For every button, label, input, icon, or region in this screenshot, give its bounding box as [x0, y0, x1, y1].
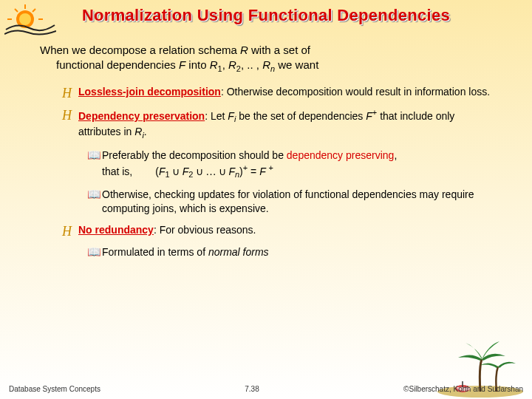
text: Let — [211, 110, 228, 122]
slide-title: Normalization Using Functional Dependenc… — [0, 0, 532, 25]
book-bullet-icon: 📖 — [87, 149, 102, 180]
intro-part: into — [185, 58, 210, 71]
h-bullet-icon: H — [62, 107, 78, 141]
book-bullet-icon: 📖 — [87, 245, 102, 259]
deppres-title: Dependency preservation — [78, 110, 205, 122]
deppres-Fplus: F — [366, 110, 372, 122]
intro-R1: R — [210, 58, 218, 71]
intro-part: functional dependencies — [56, 58, 179, 71]
intro-comma: , — [222, 58, 228, 71]
Feq: F — [259, 166, 268, 177]
book-bullet-icon: 📖 — [87, 188, 102, 216]
text: Preferably the decomposition should be — [102, 149, 287, 161]
intro-part: with a set of — [248, 44, 310, 56]
text: that is, ( — [102, 166, 159, 177]
intro-text: When we decompose a relation schema R wi… — [40, 43, 497, 75]
text: : — [205, 110, 211, 122]
lossless-title: Lossless-join decomposition — [78, 86, 221, 98]
svg-line-6 — [33, 9, 35, 12]
intro-R2: R — [228, 58, 236, 71]
keyword-dep-preserving: dependency preserving — [287, 149, 395, 161]
sub-bullet-otherwise: 📖 Otherwise, checking updates for violat… — [87, 188, 497, 216]
text: : — [221, 86, 227, 98]
lossless-text: Otherwise decomposition would result in … — [227, 86, 490, 98]
intro-R: R — [240, 44, 248, 56]
text: : — [154, 224, 160, 236]
noredund-title: No redundancy — [78, 224, 154, 236]
intro-F: F — [179, 58, 185, 71]
union-ellipsis: ∪ … ∪ — [193, 166, 228, 177]
sun-decoration-icon — [4, 3, 56, 40]
sub-bullet-normal-forms: 📖 Formulated in terms of normal forms — [87, 245, 497, 259]
plus2: + — [268, 163, 273, 172]
intro-tail: we want — [275, 58, 318, 71]
slide-footer: Database System Concepts 7.38 ©Silbersch… — [0, 385, 532, 393]
footer-copyright: ©Silberschatz, Korth and Sudarshan — [403, 385, 523, 393]
bullet-no-redundancy: H No redundancy: For obvious reasons. — [62, 223, 497, 238]
text: = — [248, 166, 259, 177]
text: . — [144, 126, 147, 137]
deppres-Ri: R — [134, 126, 142, 137]
footer-page-number: 7.38 — [100, 385, 403, 393]
text: , — [394, 149, 397, 161]
Fn: F — [228, 166, 235, 177]
h-bullet-icon: H — [62, 85, 78, 100]
F1: F — [159, 166, 166, 177]
bullet-dep-preservation: H Dependency preservation: Let Fi be the… — [62, 107, 497, 141]
intro-part: When we decompose a relation schema — [40, 44, 240, 56]
normal-forms-em: normal forms — [208, 246, 269, 258]
deppres-Fi: F — [228, 110, 234, 122]
h-bullet-icon: H — [62, 223, 78, 238]
slide-content: When we decompose a relation schema R wi… — [0, 25, 532, 259]
text: be the set of dependencies — [236, 110, 366, 122]
union-icon: ∪ — [170, 166, 183, 177]
svg-point-1 — [19, 13, 31, 25]
bullet-lossless: H Lossless-join decomposition: Otherwise… — [62, 85, 497, 100]
intro-Rn: R — [262, 58, 270, 71]
otherwise-text: Otherwise, checking updates for violatio… — [102, 188, 497, 216]
svg-line-5 — [15, 9, 18, 12]
F2: F — [183, 166, 189, 177]
noredund-text: For obvious reasons. — [160, 224, 256, 236]
footer-left: Database System Concepts — [9, 385, 100, 393]
intro-dots: , .. , — [241, 58, 262, 71]
text: Formulated in terms of — [102, 246, 208, 258]
sub-bullet-preferably: 📖 Preferably the decomposition should be… — [87, 149, 497, 180]
